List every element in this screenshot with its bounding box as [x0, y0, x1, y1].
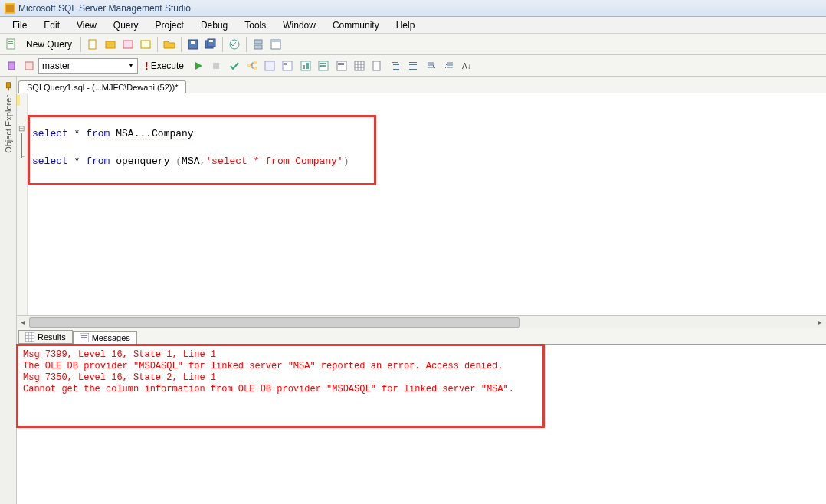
- scroll-left-icon[interactable]: ◄: [17, 316, 29, 329]
- activity-monitor-icon[interactable]: [226, 36, 243, 53]
- svg-rect-37: [338, 64, 344, 65]
- menu-file[interactable]: File: [5, 18, 34, 32]
- sql-editor[interactable]: ⊟ └ select * from MSA...Company select *…: [17, 93, 826, 316]
- svg-rect-23: [247, 64, 251, 67]
- results-text-icon[interactable]: [333, 57, 350, 74]
- standard-toolbar: New Query: [0, 34, 826, 55]
- svg-rect-50: [8, 88, 9, 91]
- svg-rect-4: [8, 43, 13, 44]
- debug-icon[interactable]: [190, 57, 207, 74]
- menu-window[interactable]: Window: [275, 18, 323, 32]
- svg-rect-25: [254, 67, 257, 70]
- document-tab[interactable]: SQLQuery1.sql - (...MJFC\Dewani (52))*: [18, 80, 186, 93]
- msg-line-2: The OLE DB provider "MSDASQL" for linked…: [23, 361, 503, 371]
- svg-rect-1: [6, 4, 15, 12]
- scroll-right-icon[interactable]: ►: [814, 316, 826, 329]
- svg-rect-55: [81, 339, 86, 339]
- menu-help[interactable]: Help: [388, 18, 423, 32]
- msg-line-1: Msg 7399, Level 16, State 1, Line 1: [23, 349, 216, 360]
- svg-rect-28: [284, 63, 287, 65]
- results-grid-icon[interactable]: [351, 57, 368, 74]
- title-bar: Microsoft SQL Server Management Studio: [0, 0, 826, 17]
- execute-button[interactable]: ! Execute: [139, 57, 189, 74]
- registered-servers-icon[interactable]: [250, 36, 267, 53]
- svg-rect-42: [392, 67, 398, 67]
- svg-rect-38: [355, 61, 364, 70]
- database-combo[interactable]: master ▼: [38, 58, 138, 74]
- results-tab[interactable]: Results: [18, 330, 73, 344]
- menu-edit[interactable]: Edit: [36, 18, 67, 32]
- svg-rect-20: [25, 62, 33, 70]
- connect-icon[interactable]: [3, 57, 20, 74]
- indent-icon[interactable]: [423, 57, 440, 74]
- svg-rect-41: [393, 64, 399, 65]
- object-explorer-tab[interactable]: Object Explorer: [0, 77, 17, 504]
- scroll-thumb[interactable]: [29, 317, 520, 328]
- messages-tab[interactable]: Messages: [73, 331, 137, 345]
- menu-query[interactable]: Query: [106, 18, 146, 32]
- cancel-icon[interactable]: [208, 57, 225, 74]
- save-all-icon[interactable]: [202, 36, 219, 53]
- new-project-icon[interactable]: [102, 36, 119, 53]
- app-icon: [5, 3, 15, 14]
- svg-rect-33: [320, 63, 326, 64]
- menu-tools[interactable]: Tools: [237, 18, 274, 32]
- svg-rect-43: [393, 69, 399, 70]
- open-file-icon[interactable]: [161, 36, 178, 53]
- svg-rect-30: [303, 65, 305, 69]
- results-grid-icon: [25, 332, 34, 342]
- svg-rect-29: [301, 61, 310, 70]
- outdent-icon[interactable]: [441, 57, 457, 74]
- sql-editor-toolbar: master ▼ ! Execute A↓: [0, 55, 826, 77]
- new-query-button[interactable]: New Query: [21, 37, 77, 52]
- query-options-icon[interactable]: [261, 57, 278, 74]
- new-template-icon[interactable]: [120, 36, 136, 53]
- results-tabstrip: Results Messages: [17, 328, 826, 345]
- menu-project[interactable]: Project: [148, 18, 192, 32]
- new-query-icon[interactable]: [3, 36, 20, 53]
- svg-rect-5: [89, 40, 96, 49]
- svg-rect-7: [123, 41, 133, 48]
- svg-text:A↓: A↓: [462, 62, 471, 70]
- msg-line-4: Cannot get the column information from O…: [23, 384, 514, 394]
- sql-code: select * from MSA...Company select * fro…: [17, 93, 826, 175]
- svg-rect-54: [81, 337, 87, 338]
- document-tabstrip: SQLQuery1.sql - (...MJFC\Dewani (52))*: [17, 77, 826, 93]
- svg-rect-2: [7, 39, 15, 49]
- specify-values-icon[interactable]: A↓: [459, 57, 476, 74]
- object-explorer-details-icon[interactable]: [267, 36, 284, 53]
- estimated-plan-icon[interactable]: [244, 57, 261, 74]
- svg-rect-44: [409, 62, 417, 63]
- svg-rect-13: [209, 40, 213, 42]
- parse-icon[interactable]: [226, 57, 243, 74]
- change-connection-icon[interactable]: [21, 57, 38, 74]
- svg-rect-3: [8, 41, 13, 42]
- svg-marker-21: [195, 62, 202, 70]
- document-tab-label: SQLQuery1.sql - (...MJFC\Dewani (52))*: [27, 83, 178, 92]
- editor-scrollbar-h[interactable]: ◄ ►: [17, 316, 826, 328]
- svg-rect-6: [106, 41, 115, 48]
- new-file-icon[interactable]: [84, 36, 101, 53]
- include-stats-icon[interactable]: [315, 57, 332, 74]
- svg-rect-19: [8, 62, 15, 70]
- comment-icon[interactable]: [387, 57, 404, 74]
- window-title: Microsoft SQL Server Management Studio: [18, 3, 191, 14]
- include-plan-icon[interactable]: [297, 57, 314, 74]
- collapse-glyph-icon[interactable]: ⊟: [18, 124, 25, 133]
- menu-debug[interactable]: Debug: [193, 18, 235, 32]
- svg-rect-47: [409, 69, 417, 70]
- results-file-icon[interactable]: [369, 57, 385, 74]
- save-icon[interactable]: [185, 36, 202, 53]
- menu-view[interactable]: View: [69, 18, 104, 32]
- svg-rect-46: [409, 67, 417, 67]
- intellisense-icon[interactable]: [279, 57, 296, 74]
- svg-rect-31: [306, 63, 309, 69]
- results-tab-label: Results: [38, 332, 66, 342]
- messages-pane[interactable]: Msg 7399, Level 16, State 1, Line 1 The …: [17, 345, 826, 504]
- new-analysis-icon[interactable]: [137, 36, 154, 53]
- menu-community[interactable]: Community: [325, 18, 387, 32]
- svg-rect-16: [254, 45, 262, 49]
- svg-rect-34: [320, 65, 326, 67]
- svg-rect-49: [6, 83, 10, 88]
- uncomment-icon[interactable]: [405, 57, 421, 74]
